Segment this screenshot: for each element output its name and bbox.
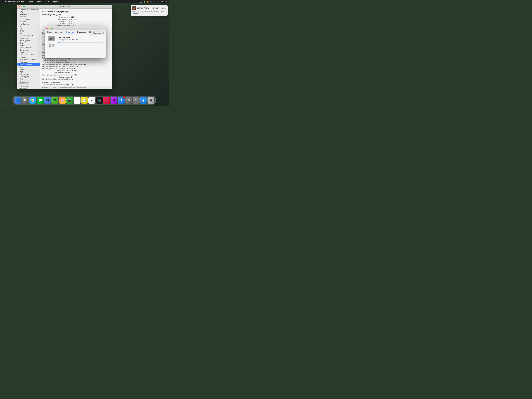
info-label: PrioritizeNetworkReachabilityOverSleep: — [42, 78, 72, 80]
dock-item-tv[interactable]: 📺 — [96, 97, 103, 104]
dock-item-notes[interactable]: 📝 — [81, 97, 88, 104]
sidebar-item-nvmexpress[interactable]: NVMExpress — [17, 23, 40, 25]
dock-item-launchpad[interactable]: ⊞ — [22, 97, 29, 104]
du-maximize-button[interactable] — [51, 28, 52, 29]
dock-item-appstore[interactable]: A 1 — [118, 97, 125, 104]
info-label: Имя устройства: — [42, 18, 71, 20]
sidebar-item-card-reader[interactable]: Устройство чтения карт — [17, 58, 40, 61]
notification-time: сейчас — [161, 7, 166, 9]
sidebar-item-parallel-scsi[interactable]: Параллельный SCSI — [17, 54, 40, 56]
sidebar-item-applepay[interactable]: Apple Pay — [17, 13, 40, 16]
du-close-button[interactable] — [46, 28, 48, 29]
sidebar-item-ata[interactable]: ATA — [17, 11, 40, 13]
dock-item-reminders[interactable]: ☑ — [89, 97, 95, 104]
sidebar-item-locations[interactable]: Размещения — [17, 76, 40, 78]
sidebar-item-controller[interactable]: Контроллер — [17, 49, 40, 51]
du-tab-storage[interactable]: Хранилище — [64, 30, 76, 34]
dock-item-facetime[interactable]: 📷 — [66, 97, 73, 104]
close-button[interactable] — [19, 6, 20, 7]
sidebar-section-hardware[interactable]: Аппаратное обеспечение — [17, 9, 40, 11]
dock-item-generic[interactable]: ◉ — [140, 97, 147, 104]
info-value: Да — [76, 66, 78, 67]
sidebar-item-pci[interactable]: PCI — [17, 25, 40, 28]
du-tab-support[interactable]: Поддержка — [76, 30, 87, 34]
tv-icon: 📺 — [97, 99, 101, 102]
dock-item-trash[interactable]: 🗑 — [147, 97, 154, 104]
info-label: Выйти из режима сна при изменении электр… — [42, 63, 83, 65]
menubar-clock: Ср, 1 ноя. 21:57 — [156, 1, 168, 3]
sidebar-item-logs[interactable]: Журналы — [17, 88, 40, 89]
sidebar-item-bluetooth[interactable]: Bluetooth — [17, 16, 40, 18]
sidebar-section-network[interactable]: Сеть — [17, 66, 40, 69]
info-label: Pack Lot Code: — [42, 20, 71, 22]
dock-item-music[interactable]: 🎵 — [103, 97, 110, 104]
sidebar-item-sound[interactable]: Звук — [17, 42, 40, 44]
menu-help[interactable]: Справка — [51, 1, 59, 3]
sidebar-item-power[interactable]: Электропитание — [17, 63, 40, 66]
menubar:  Информация о системе Файл Правка Окно … — [0, 0, 169, 3]
battery-ac-section-title: Питание от аккумулятора: — [42, 81, 110, 83]
du-tab-monitors[interactable]: Мониторы — [53, 30, 64, 34]
disk-icon-area: Флеш-накопитель 500 ГБ — [47, 36, 56, 47]
window-title: MacBook Pro — [59, 6, 70, 7]
reminders-icon: ☑ — [90, 99, 93, 102]
apple-menu-icon[interactable]:  — [1, 0, 2, 3]
menu-window[interactable]: Окно — [44, 1, 49, 3]
menubar-control-center-icon[interactable]: ⊞ — [153, 1, 154, 3]
info-value: 0 — [72, 78, 73, 80]
dock-item-podcasts[interactable]: 🎙 — [111, 97, 117, 104]
maximize-button[interactable] — [23, 6, 25, 7]
sidebar-item-sas[interactable]: SAS — [17, 28, 40, 30]
du-minimize-button[interactable] — [49, 28, 50, 29]
sidebar-section-software[interactable]: Программное обеспечение — [17, 81, 40, 85]
dock-item-sysprefs[interactable]: ⚙ — [125, 97, 132, 104]
sidebar-item-firewall[interactable]: Брандмауэр — [17, 73, 40, 76]
notification-icon: 🍎 — [132, 6, 136, 10]
info-value: SMP — [71, 16, 75, 18]
info-value: Нет — [83, 63, 86, 65]
dock-item-photos[interactable]: 🌸 — [59, 97, 66, 104]
sidebar-item-camera[interactable]: Камера — [17, 44, 40, 47]
sidebar-item-thunderbolt[interactable]: Thunderbolt/USB4 — [17, 35, 40, 37]
sidebar-item-frameworks[interactable]: Frameworks — [17, 85, 40, 88]
menubar-a-icon: A — [140, 1, 142, 3]
sidebar-item-memory[interactable]: Память — [17, 51, 40, 54]
sidebar-item-sata[interactable]: SATA — [17, 30, 40, 32]
info-label: Версия прошивки: — [42, 25, 71, 26]
sidebar-item-diagnostics[interactable]: Диагностика — [17, 37, 40, 39]
dock-item-messages[interactable]: 💬 — [37, 97, 44, 104]
du-tab-overview[interactable]: Обзор — [45, 30, 53, 34]
dock-item-finder[interactable]: 🔵 — [14, 97, 21, 104]
sidebar-item-spi[interactable]: SPI — [17, 32, 40, 35]
sidebar-item-firewire[interactable]: FireWire — [17, 20, 40, 23]
notification-body: Посмотрите краткий обзор отличных новых … — [132, 11, 166, 14]
sidebar-item-wwan[interactable]: WWAN — [17, 69, 40, 71]
sidebar-item-storage[interactable]: Хранилище — [17, 61, 40, 63]
app-menu-name[interactable]: Информация о системе — [5, 1, 26, 3]
dock-item-maps[interactable]: 🗺 — [51, 97, 58, 104]
menubar-search-icon[interactable]: 🔍 — [150, 1, 152, 3]
music-icon: 🎵 — [105, 99, 108, 102]
manage-button[interactable]: Управлять... — [91, 32, 104, 35]
sidebar-item-wifi[interactable]: Wi-Fi — [17, 71, 40, 73]
dock-item-mail[interactable]: ✉ — [44, 97, 51, 104]
sidebar-item-ethernet[interactable]: Карты Ethernet — [17, 47, 40, 49]
menu-edit[interactable]: Правка — [35, 1, 42, 3]
desktop:  Информация о системе Файл Правка Окно … — [0, 0, 169, 106]
info-label: При переходе в режим сна монитор гаснет: — [42, 74, 75, 76]
sidebar-item-volumes[interactable]: Тома — [17, 78, 40, 80]
sidebar-item-printers[interactable]: Принтеры — [17, 56, 40, 58]
appstore-icon: A — [120, 99, 122, 102]
dock-item-timemachine[interactable]: ⏱ — [133, 97, 139, 104]
mail-icon: ✉ — [46, 99, 49, 102]
sidebar-item-fibrechannel[interactable]: Fibre Channel — [17, 18, 40, 20]
dock-item-calendar[interactable]: НОЯ 7 — [74, 97, 81, 104]
maps-icon: 🗺 — [53, 99, 56, 102]
dock-item-safari[interactable]: 🧭 — [29, 97, 36, 104]
menu-file[interactable]: Файл — [28, 1, 33, 3]
disk-progress-bar — [58, 42, 104, 43]
timemachine-icon: ⏱ — [135, 99, 138, 102]
sidebar-item-disk-burning[interactable]: Запись дисков — [17, 39, 40, 42]
info-value: bq20z451 — [71, 18, 78, 20]
minimize-button[interactable] — [21, 6, 22, 7]
